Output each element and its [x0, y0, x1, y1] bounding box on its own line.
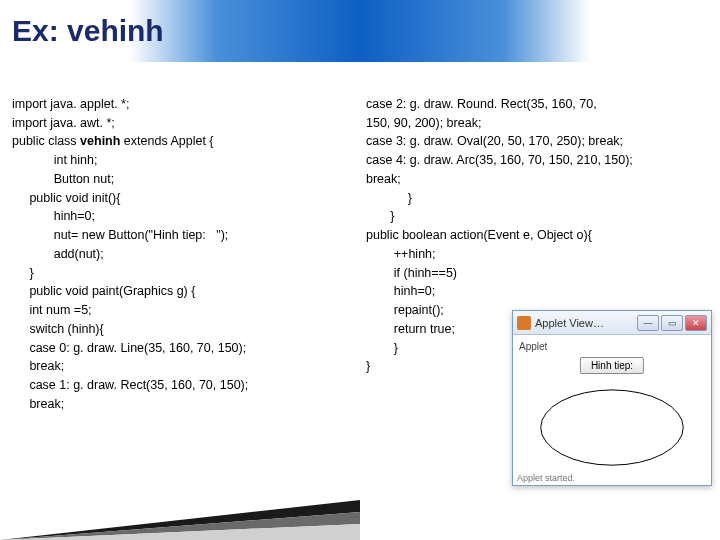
window-buttons: — ▭ ✕ — [637, 315, 707, 331]
minimize-button[interactable]: — — [637, 315, 659, 331]
code-line: case 0: g. draw. Line(35, 160, 70, 150); — [29, 341, 246, 355]
code-line: case 4: g. draw. Arc(35, 160, 70, 150, 2… — [366, 153, 633, 167]
applet-body-label: Applet — [519, 341, 547, 352]
code-line: case 2: g. draw. Round. Rect(35, 160, 70… — [366, 97, 597, 111]
decorative-stripe — [0, 490, 360, 540]
maximize-button[interactable]: ▭ — [661, 315, 683, 331]
code-line: ++hinh; — [394, 247, 436, 261]
code-line: add(nut); — [54, 247, 104, 261]
code-line: } — [29, 266, 33, 280]
code-line: case 3: g. draw. Oval(20, 50, 170, 250);… — [366, 134, 623, 148]
code-line: Button nut; — [54, 172, 114, 186]
code-line: int hinh; — [54, 153, 98, 167]
code-line: nut= new Button("Hinh tiep: "); — [54, 228, 229, 242]
code-column-left: import java. applet. *; import java. awt… — [12, 76, 352, 414]
code-line: return true; — [394, 322, 455, 336]
java-icon — [517, 316, 531, 330]
slide-title: Ex: vehinh — [12, 14, 164, 48]
code-line: import java. applet. *; — [12, 97, 129, 111]
code-line: } — [394, 341, 398, 355]
code-line: repaint(); — [394, 303, 444, 317]
slide-header: Ex: vehinh — [0, 0, 720, 62]
applet-status: Applet started. — [517, 473, 575, 483]
applet-title-text: Applet View… — [535, 317, 604, 329]
code-line: int num =5; — [29, 303, 91, 317]
next-shape-button[interactable]: Hinh tiep: — [580, 357, 644, 374]
applet-body: Applet Hinh tiep: Applet started. — [513, 335, 711, 485]
applet-viewer-window: Applet View… — ▭ ✕ Applet Hinh tiep: App… — [512, 310, 712, 486]
code-line: } — [390, 209, 394, 223]
code-line: case 1: g. draw. Rect(35, 160, 70, 150); — [29, 378, 248, 392]
code-line: extends Applet { — [124, 134, 214, 148]
code-line: public boolean action(Event e, Object o)… — [366, 228, 592, 242]
code-line: import java. awt. *; — [12, 116, 115, 130]
code-line: hinh=0; — [394, 284, 435, 298]
code-line: } — [408, 191, 412, 205]
code-line: hinh=0; — [54, 209, 95, 223]
code-line: 150, 90, 200); break; — [366, 116, 481, 130]
svg-point-0 — [541, 390, 684, 465]
code-line: break; — [366, 172, 401, 186]
code-line: break; — [29, 359, 64, 373]
code-line: break; — [29, 397, 64, 411]
oval-shape — [513, 383, 711, 472]
code-line: public class — [12, 134, 80, 148]
code-class-name: vehinh — [80, 134, 124, 148]
applet-titlebar[interactable]: Applet View… — ▭ ✕ — [513, 311, 711, 335]
code-line: if (hinh==5) — [394, 266, 457, 280]
code-line: public void paint(Graphics g) { — [29, 284, 195, 298]
code-line: switch (hinh){ — [29, 322, 103, 336]
code-line: } — [366, 359, 370, 373]
close-button[interactable]: ✕ — [685, 315, 707, 331]
code-line: public void init(){ — [29, 191, 120, 205]
